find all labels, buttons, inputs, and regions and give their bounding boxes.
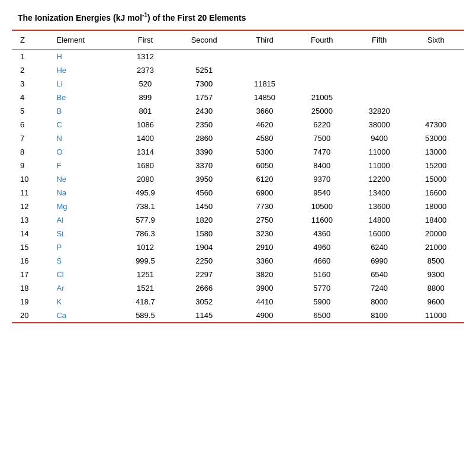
- cell-sixth: 11000: [407, 309, 464, 322]
- table-title: The Ionization Energies (kJ mol-1) of th…: [12, 12, 464, 23]
- cell-fifth: 11000: [351, 145, 408, 159]
- cell-element: Cl: [50, 268, 118, 281]
- cell-element: O: [50, 145, 118, 159]
- cell-sixth: 18400: [407, 213, 464, 227]
- cell-third: 7730: [236, 200, 293, 213]
- table-row: 11Na495.94560690095401340016600: [12, 186, 464, 200]
- cell-sixth: [407, 49, 464, 63]
- cell-fifth: 14800: [351, 213, 408, 227]
- cell-second: 3052: [172, 295, 236, 309]
- cell-z: 19: [12, 295, 50, 309]
- cell-z: 12: [12, 200, 50, 213]
- cell-fourth: 10500: [293, 200, 351, 213]
- cell-fourth: [293, 63, 351, 77]
- table-row: 4Be89917571485021005: [12, 91, 464, 104]
- cell-third: 2750: [236, 213, 293, 227]
- cell-fourth: 5770: [293, 281, 351, 295]
- cell-fourth: 9540: [293, 186, 351, 200]
- cell-sixth: 15000: [407, 172, 464, 186]
- cell-third: [236, 49, 293, 63]
- cell-second: 3370: [172, 159, 236, 172]
- cell-fifth: 8000: [351, 295, 408, 309]
- cell-third: 3360: [236, 254, 293, 268]
- cell-second: 4560: [172, 186, 236, 200]
- table-row: 14Si786.31580323043601600020000: [12, 227, 464, 240]
- table-row: 17Cl125122973820516065409300: [12, 268, 464, 281]
- cell-second: 2297: [172, 268, 236, 281]
- cell-first: 418.7: [119, 295, 172, 309]
- cell-z: 7: [12, 131, 50, 145]
- table-row: 16S999.522503360466069908500: [12, 254, 464, 268]
- cell-third: 6900: [236, 186, 293, 200]
- cell-fifth: 32820: [351, 104, 408, 118]
- cell-element: F: [50, 159, 118, 172]
- cell-element: Mg: [50, 200, 118, 213]
- cell-sixth: 8800: [407, 281, 464, 295]
- cell-z: 2: [12, 63, 50, 77]
- table-row: 10Ne20803950612093701220015000: [12, 172, 464, 186]
- cell-second: 1757: [172, 91, 236, 104]
- cell-second: 3390: [172, 145, 236, 159]
- cell-second: 1580: [172, 227, 236, 240]
- table-row: 13Al577.918202750116001480018400: [12, 213, 464, 227]
- cell-third: 4580: [236, 131, 293, 145]
- cell-sixth: [407, 77, 464, 91]
- cell-fourth: 6220: [293, 118, 351, 131]
- cell-second: 5251: [172, 63, 236, 77]
- cell-z: 16: [12, 254, 50, 268]
- cell-fourth: 5900: [293, 295, 351, 309]
- cell-fifth: [351, 91, 408, 104]
- cell-fifth: 9400: [351, 131, 408, 145]
- cell-fifth: 13400: [351, 186, 408, 200]
- col-header-z: Z: [12, 31, 50, 50]
- cell-first: 495.9: [119, 186, 172, 200]
- table-row: 18Ar152126663900577072408800: [12, 281, 464, 295]
- cell-fourth: 7470: [293, 145, 351, 159]
- cell-second: 2250: [172, 254, 236, 268]
- cell-first: 2080: [119, 172, 172, 186]
- cell-z: 5: [12, 104, 50, 118]
- cell-element: H: [50, 49, 118, 63]
- cell-first: 589.5: [119, 309, 172, 322]
- cell-second: 7300: [172, 77, 236, 91]
- cell-second: 2666: [172, 281, 236, 295]
- cell-first: 899: [119, 91, 172, 104]
- cell-element: Ar: [50, 281, 118, 295]
- cell-third: 6120: [236, 172, 293, 186]
- col-header-fourth: Fourth: [293, 31, 351, 50]
- cell-first: 738.1: [119, 200, 172, 213]
- cell-third: [236, 63, 293, 77]
- cell-second: 1450: [172, 200, 236, 213]
- cell-fifth: 13600: [351, 200, 408, 213]
- cell-sixth: [407, 104, 464, 118]
- table-row: 12Mg738.114507730105001360018000: [12, 200, 464, 213]
- table-row: 3Li520730011815: [12, 77, 464, 91]
- cell-third: 11815: [236, 77, 293, 91]
- col-header-sixth: Sixth: [407, 31, 464, 50]
- cell-element: C: [50, 118, 118, 131]
- cell-z: 18: [12, 281, 50, 295]
- cell-sixth: 47300: [407, 118, 464, 131]
- cell-fourth: 5160: [293, 268, 351, 281]
- cell-fourth: 4960: [293, 240, 351, 254]
- cell-second: [172, 49, 236, 63]
- cell-third: 14850: [236, 91, 293, 104]
- cell-fifth: 6990: [351, 254, 408, 268]
- cell-first: 1086: [119, 118, 172, 131]
- cell-sixth: 9600: [407, 295, 464, 309]
- cell-fifth: [351, 77, 408, 91]
- cell-sixth: [407, 91, 464, 104]
- cell-fourth: 4660: [293, 254, 351, 268]
- cell-element: P: [50, 240, 118, 254]
- cell-third: 4900: [236, 309, 293, 322]
- cell-sixth: 16600: [407, 186, 464, 200]
- cell-sixth: 53000: [407, 131, 464, 145]
- cell-sixth: [407, 63, 464, 77]
- cell-fifth: 6240: [351, 240, 408, 254]
- cell-first: 2373: [119, 63, 172, 77]
- cell-first: 1521: [119, 281, 172, 295]
- cell-first: 1012: [119, 240, 172, 254]
- cell-fourth: 8400: [293, 159, 351, 172]
- cell-fifth: 38000: [351, 118, 408, 131]
- cell-third: 3900: [236, 281, 293, 295]
